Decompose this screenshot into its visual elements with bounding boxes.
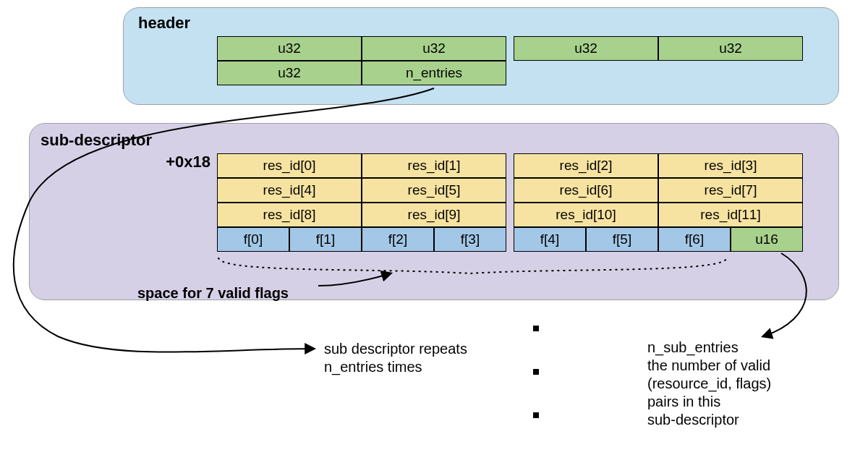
cell-text: u32: [278, 41, 301, 56]
diagram-stage: header u32 u32 u32 u32 u32 n_entries sub…: [0, 0, 868, 463]
cell-text: res_id[7]: [705, 182, 757, 198]
subdesc-f1: f[1]: [289, 227, 362, 252]
subdesc-r3c4: res_id[11]: [658, 203, 803, 227]
cell-text: u32: [278, 65, 301, 81]
repeat-line1: sub descriptor repeats: [324, 341, 467, 357]
subdesc-offset: +0x18: [149, 153, 210, 171]
subdesc-r1c4: res_id[3]: [658, 153, 803, 178]
subdesc-u16: u16: [731, 227, 803, 252]
cell-text: u16: [755, 232, 778, 247]
nsub-l1: the number of valid: [647, 357, 770, 373]
subdesc-r3c3: res_id[10]: [514, 203, 658, 227]
cell-text: res_id[5]: [408, 182, 461, 198]
flags-caption: space for 7 valid flags: [137, 284, 289, 302]
header-cell-n-entries: n_entries: [362, 61, 506, 85]
subdesc-r2c4: res_id[7]: [658, 178, 803, 203]
nsub-title: n_sub_entries: [647, 339, 739, 355]
nsub-l3: pairs in this: [647, 394, 720, 409]
subdesc-r2c1: res_id[4]: [217, 178, 362, 203]
cell-text: f[0]: [244, 232, 263, 247]
subdesc-r2c2: res_id[5]: [362, 178, 506, 203]
cell-text: f[2]: [388, 232, 407, 247]
header-cell-r1c3: u32: [514, 36, 658, 61]
repeat-line2: n_entries times: [324, 359, 422, 375]
cell-text: res_id[6]: [560, 182, 613, 198]
repeat-caption: sub descriptor repeats n_entries times: [324, 340, 467, 376]
subdesc-f5: f[5]: [586, 227, 658, 252]
subdesc-r3c2: res_id[9]: [362, 203, 506, 227]
ellipsis-dot: [533, 412, 539, 418]
header-title: header: [138, 14, 190, 33]
cell-text: res_id[1]: [408, 158, 461, 174]
cell-text: u32: [719, 41, 742, 56]
header-cell-r1c4: u32: [658, 36, 803, 61]
cell-text: res_id[9]: [408, 207, 461, 223]
header-cell-r2c1: u32: [217, 61, 362, 85]
subdesc-r3c1: res_id[8]: [217, 203, 362, 227]
subdesc-f2: f[2]: [362, 227, 434, 252]
subdesc-r1c2: res_id[1]: [362, 153, 506, 178]
cell-text: f[6]: [685, 232, 704, 247]
cell-text: u32: [422, 41, 446, 56]
cell-text: u32: [574, 41, 597, 56]
subdesc-title: sub-descriptor: [41, 131, 152, 150]
cell-text: res_id[10]: [556, 207, 616, 223]
cell-text: n_entries: [406, 65, 462, 81]
subdesc-r2c3: res_id[6]: [514, 178, 658, 203]
cell-text: f[1]: [316, 232, 335, 247]
subdesc-f4: f[4]: [514, 227, 586, 252]
ellipsis-dot: [533, 326, 539, 331]
header-cell-r1c1: u32: [217, 36, 362, 61]
subdesc-f6: f[6]: [658, 227, 731, 252]
cell-text: res_id[0]: [263, 158, 316, 174]
cell-text: f[4]: [540, 232, 559, 247]
nsub-l2: (resource_id, flags): [647, 375, 771, 391]
nsub-caption: n_sub_entries the number of valid (resou…: [647, 339, 864, 429]
nsub-l4: sub-descriptor: [647, 412, 739, 428]
subdesc-r1c3: res_id[2]: [514, 153, 658, 178]
cell-text: f[5]: [613, 232, 631, 247]
cell-text: res_id[8]: [263, 207, 316, 223]
cell-text: res_id[4]: [263, 182, 316, 198]
ellipsis-dot: [533, 369, 539, 375]
cell-text: res_id[3]: [705, 158, 757, 174]
cell-text: f[3]: [461, 232, 480, 247]
subdesc-f3: f[3]: [434, 227, 506, 252]
header-cell-r1c2: u32: [362, 36, 506, 61]
cell-text: res_id[11]: [700, 207, 760, 223]
subdesc-r1c1: res_id[0]: [217, 153, 362, 178]
subdesc-f0: f[0]: [217, 227, 289, 252]
cell-text: res_id[2]: [560, 158, 613, 174]
